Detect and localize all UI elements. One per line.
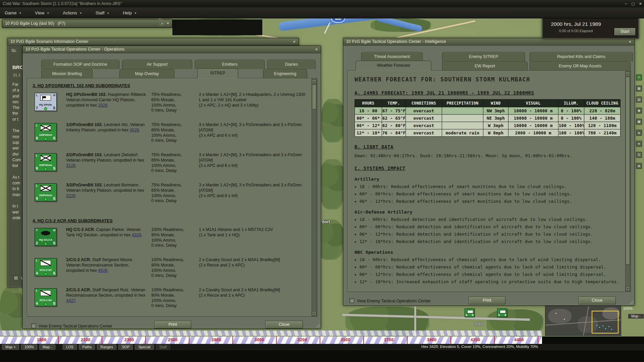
map-tool-icon[interactable]: ▲ — [636, 130, 642, 136]
view-enemy-toc-checkbox[interactable] — [350, 298, 354, 303]
unit-counter[interactable]: L 1/C/1-2 AC 4 S — [35, 258, 57, 276]
close-icon[interactable]: ✕ — [628, 39, 633, 44]
close-icon[interactable]: ✕ — [314, 47, 319, 52]
map-tool-icon[interactable]: + — [636, 74, 642, 80]
unit-stats: 75% Readiness, 65% Morale, 100% Ammo, 0 … — [151, 122, 196, 143]
map-tool-icon[interactable]: ◈ — [636, 163, 642, 169]
minimap-unit-dot — [599, 327, 600, 328]
tab-mission-briefing[interactable]: Mission Briefing — [41, 69, 93, 78]
tab-engineering[interactable]: Engineering — [263, 69, 307, 78]
map-zoom-out-button[interactable]: Map - — [39, 345, 55, 350]
map-unit-counter[interactable]: 4 S — [465, 308, 475, 317]
hq-symbol — [40, 95, 51, 101]
map-zoom-level[interactable]: 100% — [21, 345, 37, 350]
light-data-heading: B. LIGHT DATA — [355, 144, 621, 149]
hex-link[interactable]: 3228 — [66, 193, 75, 198]
scenario-window-titlebar[interactable]: 10 PzG Bgde Scenario Information Center … — [8, 38, 299, 46]
unit-counter[interactable]: L 2/C/1-2 AC 4 S — [35, 288, 57, 306]
menu-bar: Game▼ View▼ Actions▼ Staff▼ Help▼ — [0, 7, 644, 18]
map-tool-icon[interactable]: ▦ — [636, 85, 642, 92]
operations-window-titlebar[interactable]: 10 PzG Bgde Tactical Operations Center -… — [23, 46, 321, 53]
resize-grip[interactable] — [629, 300, 633, 304]
menu-game[interactable]: Game▼ — [5, 10, 21, 15]
close-button[interactable]: Close — [265, 321, 303, 328]
tab-ew-report[interactable]: EW Report — [442, 61, 528, 71]
scenario-tab-fragment: Sc — [11, 48, 16, 53]
hex-link[interactable]: 3128 — [66, 163, 75, 168]
map-tool-icon[interactable]: ☰ — [636, 152, 642, 158]
close-icon[interactable]: ✕ — [292, 39, 297, 44]
tab-sitrep[interactable]: SITREP — [197, 68, 238, 78]
hex-link[interactable]: 3328 — [98, 103, 107, 108]
special-button[interactable]: Special — [135, 345, 154, 350]
tab-map-overlay[interactable]: Map Overlay — [119, 69, 174, 78]
tab-enemy-sitrep[interactable]: Enemy SITREP — [442, 52, 525, 61]
map-tool-icon[interactable]: ▣ — [636, 119, 642, 125]
menu-help[interactable]: Help▼ — [123, 10, 137, 15]
unit-counter[interactable]: T H HQ C/1-2 A 2 S — [35, 228, 57, 246]
minimap-viewport[interactable] — [592, 311, 619, 334]
los-button[interactable]: LOS — [63, 345, 77, 350]
minimize-icon[interactable]: ─ — [625, 2, 627, 6]
view-enemy-toc-checkbox[interactable] — [31, 323, 36, 328]
unit-counter[interactable]: L 1/2/PzGren 9 S — [35, 123, 57, 141]
menu-staff[interactable]: Staff▼ — [96, 10, 109, 15]
paths-button[interactable]: Paths — [79, 345, 95, 350]
unit-equipment: 2 x Cavalry Scout and 2 x M3A1 Bradley[M… — [199, 288, 307, 298]
popout-icon[interactable]: ↗ — [160, 21, 164, 25]
hex-link[interactable]: 4427 — [66, 298, 75, 303]
hex-link[interactable]: 4528 — [98, 268, 107, 273]
tab-emitters[interactable]: Emitters — [195, 60, 265, 69]
scroll-up-icon[interactable]: ▲ — [626, 71, 630, 76]
scroll-down-icon[interactable]: ▼ — [626, 286, 630, 291]
hex-link[interactable]: 3028 — [130, 128, 139, 132]
map-unit-counter[interactable]: 3 0 — [497, 308, 507, 317]
tab-weather-forecast[interactable]: Weather Forecast — [356, 61, 431, 71]
resize-grip[interactable] — [315, 323, 320, 327]
impact-item: ▪00* - 06*hrs: Reduced effectiveness of … — [355, 191, 621, 196]
unit-counter[interactable]: L 3/2/PzGren 9 S — [35, 183, 57, 201]
scroll-thumb[interactable] — [626, 77, 630, 264]
log-window-titlebar[interactable]: 10 PzG Bgde Log (last 50) (F7) ↗ ✕ — [2, 20, 172, 27]
scroll-down-icon[interactable]: ▼ — [312, 311, 316, 316]
sitrep-unit-row: L 1/2/PzGren 9 S 1/2/PzGrenBtl 102. Leut… — [32, 122, 307, 153]
tab-threat-assessment[interactable]: Threat Assessment — [361, 52, 423, 61]
sop-button[interactable]: SOP — [118, 345, 133, 350]
scroll-thumb[interactable] — [312, 84, 316, 109]
status-dot — [44, 168, 47, 171]
intelligence-window-titlebar[interactable]: 10 PzG Bgde Tactical Operations Center -… — [343, 38, 634, 46]
close-icon[interactable]: ✕ — [165, 21, 170, 26]
tab-air-support[interactable]: Air Support — [122, 60, 192, 69]
scrollbar[interactable]: ▲ ▼ — [625, 71, 630, 291]
menu-actions[interactable]: Actions▼ — [63, 10, 82, 15]
close-icon[interactable]: ✕ — [639, 2, 642, 6]
sitrep-unit-row: L 2/C/1-2 AC 4 S 2/C/1-2 ACR. Staff Serg… — [32, 288, 307, 316]
map-tool-icon[interactable]: ▤ — [636, 97, 642, 103]
scroll-up-icon[interactable]: ▲ — [312, 79, 316, 84]
elapsed-time: 0:00 of 6:00 Elapsed — [545, 29, 606, 33]
app-titlebar[interactable]: Cold War: Southern Storm [2.1.0.5722α] "… — [0, 0, 644, 7]
tab-diaries[interactable]: Diaries — [267, 60, 316, 69]
menu-view[interactable]: View▼ — [35, 10, 49, 15]
scenario-checkbox[interactable] — [13, 276, 18, 280]
start-button[interactable]: Start — [614, 28, 636, 36]
minimap-zoom-out-button[interactable]: Map - — [628, 314, 644, 319]
print-button[interactable]: Print — [469, 297, 505, 304]
map-tool-icon[interactable]: ◆ — [636, 108, 642, 114]
tab-formation-sop[interactable]: Formation SOP and Doctrine — [41, 60, 119, 69]
print-button[interactable]: Print — [154, 321, 191, 328]
minimap[interactable] — [545, 306, 621, 336]
map-zoom-in-button[interactable]: Map + — [2, 345, 19, 350]
hex-link[interactable]: 4329 — [132, 233, 141, 237]
unit-counter[interactable]: L 2/2/PzGren 9 S — [35, 153, 57, 171]
ranges-button[interactable]: Ranges — [97, 345, 116, 350]
close-button[interactable]: Close — [578, 297, 616, 304]
tab-enemy-offmap[interactable]: Enemy Off-Map Assets — [530, 61, 631, 71]
unit-counter[interactable]: L H HQ 2/PzGe 7 S — [35, 93, 57, 111]
minimap-point — [564, 319, 565, 320]
tab-reported-kills[interactable]: Reported Kills and Claims — [530, 52, 633, 61]
scrollbar[interactable]: ▲ ▼ — [312, 79, 317, 316]
armor-symbol — [41, 231, 50, 235]
maximize-icon[interactable]: ▢ — [631, 2, 635, 6]
map-tool-icon[interactable]: ● — [636, 141, 642, 147]
